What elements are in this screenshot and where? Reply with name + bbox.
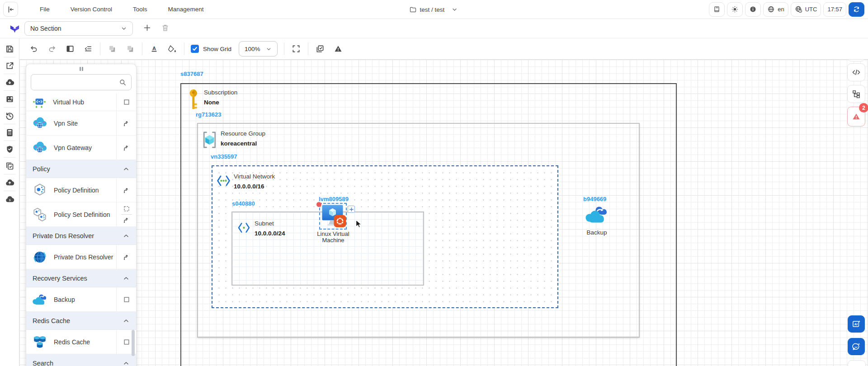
- history-icon: [5, 111, 14, 121]
- virtual-network-icon: [216, 173, 231, 188]
- menu-management[interactable]: Management: [167, 4, 205, 14]
- project-switcher[interactable]: test / test: [410, 0, 458, 19]
- image-upload-icon: [5, 94, 14, 104]
- linux-vm-icon[interactable]: [321, 204, 347, 228]
- add-connector-button[interactable]: [123, 144, 131, 152]
- section-header-label: Search: [33, 360, 53, 366]
- side-panel-button[interactable]: [64, 43, 76, 55]
- virtual-hub-icon: [32, 94, 47, 110]
- show-grid-checkbox[interactable]: [191, 45, 199, 53]
- history-rail-button[interactable]: [4, 110, 15, 122]
- rail-divider: [4, 90, 15, 91]
- add-section-button[interactable]: [141, 23, 153, 34]
- subscription-value: None: [204, 99, 237, 106]
- info-button[interactable]: [745, 2, 761, 17]
- service-item-virtual-hub[interactable]: Virtual Hub: [26, 93, 136, 111]
- section-header-private-dns-resolver[interactable]: Private Dns Resolver: [26, 227, 136, 245]
- save-icon: [5, 44, 14, 54]
- outdent-button[interactable]: [82, 43, 94, 55]
- service-item-policy-definition[interactable]: Policy Definition: [26, 178, 136, 202]
- copy-check-rail-button[interactable]: [4, 160, 15, 172]
- service-item-policy-set-definition[interactable]: Policy Set Definition: [26, 202, 136, 227]
- service-search-input[interactable]: [36, 79, 119, 86]
- add-connector-button[interactable]: [123, 186, 131, 194]
- section-header-redis-cache[interactable]: Redis Cache: [26, 312, 136, 330]
- add-as-container-button[interactable]: [123, 296, 131, 304]
- timezone-button[interactable]: UTC: [791, 2, 821, 17]
- section-select[interactable]: No Section: [24, 21, 133, 36]
- section-header-search[interactable]: Search: [26, 354, 136, 366]
- section-header-recovery-services[interactable]: Recovery Services: [26, 269, 136, 287]
- service-item-vpn-site[interactable]: Vpn Site: [26, 111, 136, 136]
- redo-button[interactable]: [46, 43, 58, 55]
- service-item-private-dns-resolver[interactable]: Private Dns Resolver: [26, 245, 136, 269]
- notes-button[interactable]: [709, 2, 725, 17]
- select-all-button[interactable]: [314, 43, 326, 55]
- menu-tools[interactable]: Tools: [132, 4, 148, 14]
- service-item-vpn-gateway[interactable]: Vpn Gateway: [26, 136, 136, 160]
- service-search-box: [31, 74, 132, 90]
- validation-errors-button[interactable]: 2: [847, 107, 865, 127]
- tree-icon: [852, 89, 861, 99]
- image-upload-rail-button[interactable]: [4, 93, 15, 105]
- fullscreen-button[interactable]: [290, 43, 302, 55]
- chevron-up-icon: [123, 317, 130, 324]
- panel-scrollbar[interactable]: [132, 330, 135, 356]
- cloud-sync-rail-button[interactable]: [4, 193, 15, 205]
- copy-button[interactable]: [106, 43, 118, 55]
- code-view-button[interactable]: [847, 63, 865, 81]
- cut-off-button[interactable]: [848, 360, 866, 366]
- ai-generate-button[interactable]: AI: [848, 315, 865, 333]
- delete-section-button[interactable]: [159, 23, 171, 34]
- service-item-backup[interactable]: Backup: [26, 287, 136, 312]
- copy-icon: [108, 44, 117, 53]
- external-link-rail-button[interactable]: [4, 60, 15, 71]
- menu-file[interactable]: File: [39, 4, 51, 14]
- calculator-rail-button[interactable]: [4, 127, 15, 138]
- tree-view-button[interactable]: [847, 85, 865, 103]
- add-as-container-button[interactable]: [123, 98, 131, 106]
- sync-button[interactable]: [849, 2, 864, 17]
- vpn-site-icon: [32, 115, 48, 131]
- fill-color-button[interactable]: [166, 43, 178, 55]
- clock-globe-icon: [795, 5, 802, 13]
- subnet-title: Subnet: [255, 220, 285, 227]
- select-all-icon: [316, 44, 325, 53]
- save-rail-button[interactable]: [4, 43, 15, 55]
- shield-check-rail-button[interactable]: [4, 143, 15, 155]
- panel-drag-handle[interactable]: [26, 64, 136, 70]
- cloud-upload-rail-button[interactable]: [4, 177, 15, 188]
- topbar-right-actions: enUTC17:57: [709, 2, 864, 17]
- vm-label: Linux Virtual Machine: [312, 231, 354, 244]
- copy-check-icon: [5, 161, 14, 171]
- globe-icon: [767, 5, 775, 13]
- time-button[interactable]: 17:57: [823, 2, 846, 17]
- section-header-label: Private Dns Resolver: [33, 232, 94, 239]
- subnet-id-label: s040880: [232, 200, 255, 207]
- section-header-policy[interactable]: Policy: [26, 160, 136, 178]
- add-as-container-button[interactable]: [123, 205, 131, 213]
- service-item-label: Policy Definition: [54, 187, 116, 194]
- warning-button[interactable]: [332, 43, 344, 55]
- text-color-button[interactable]: A: [148, 43, 160, 55]
- add-as-container-button[interactable]: [123, 338, 131, 346]
- add-connector-button[interactable]: [123, 216, 131, 224]
- service-item-redis-cache[interactable]: Redis Cache: [26, 330, 136, 354]
- shield-check-icon: [5, 145, 14, 154]
- paste-button[interactable]: [124, 43, 136, 55]
- menu-version-control[interactable]: Version Control: [70, 4, 113, 14]
- undo-button[interactable]: [28, 43, 40, 55]
- show-grid-toggle[interactable]: Show Grid: [191, 45, 231, 53]
- vm-add-connection-button[interactable]: [348, 206, 355, 213]
- backup-node-icon[interactable]: [584, 204, 609, 225]
- theme-button[interactable]: [727, 2, 743, 17]
- exit-button[interactable]: [3, 2, 18, 17]
- add-connector-button[interactable]: [123, 119, 131, 127]
- zoom-select[interactable]: 100%: [239, 41, 278, 56]
- language-button[interactable]: en: [763, 2, 788, 17]
- cloud-download-rail-button[interactable]: [4, 76, 15, 88]
- feedback-chat-button[interactable]: [848, 338, 865, 355]
- rail-divider: [4, 174, 15, 174]
- top-menu-bar: FileVersion ControlToolsManagement test …: [0, 0, 868, 19]
- add-connector-button[interactable]: [123, 253, 131, 261]
